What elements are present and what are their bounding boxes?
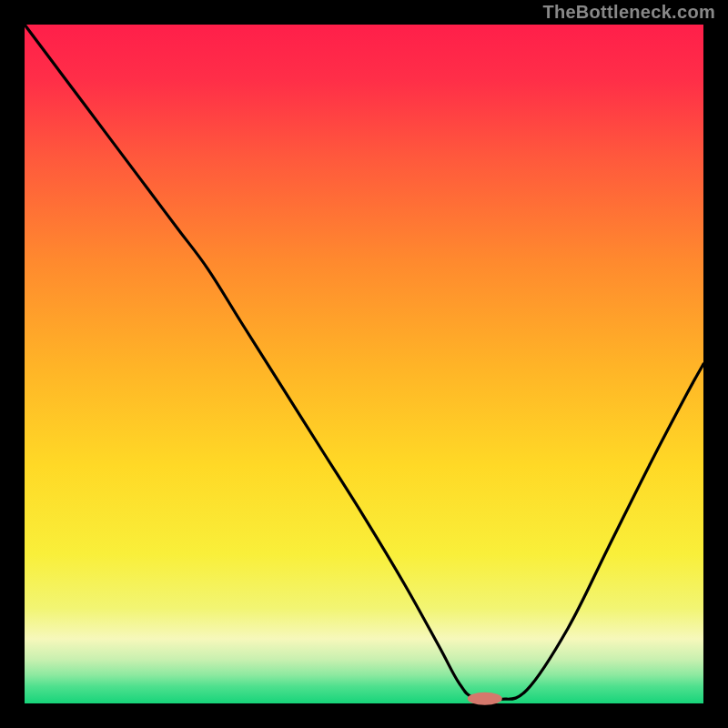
bottleneck-chart	[0, 0, 728, 728]
plot-area	[25, 25, 703, 703]
chart-stage: TheBottleneck.com	[0, 0, 728, 728]
optimal-marker	[468, 693, 502, 705]
watermark-label: TheBottleneck.com	[542, 2, 715, 23]
